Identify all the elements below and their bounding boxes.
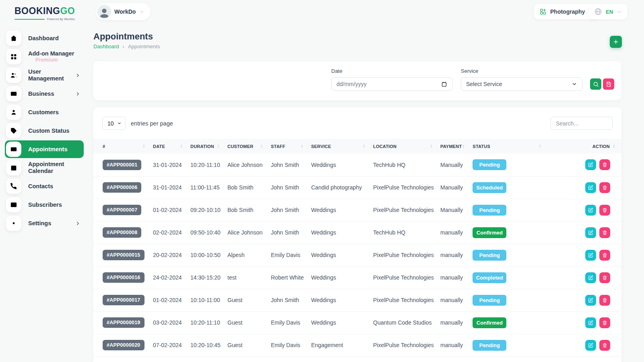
sidebar-item-appointments[interactable]: Appointments	[5, 140, 84, 158]
sidebar-item-subscribers[interactable]: Subscribers	[5, 196, 84, 214]
column-header-payment[interactable]: PAYMENT	[437, 139, 469, 154]
customer-cell: Guest	[224, 289, 268, 311]
breadcrumb: Dashboard › Appointments	[93, 43, 160, 49]
edit-icon	[588, 275, 593, 280]
edit-button[interactable]	[585, 340, 596, 351]
entries-per-page-value: 10	[107, 120, 114, 127]
status-badge: Scheduled	[473, 182, 506, 193]
table-row: #APP00000701-02-202409:20-10:10Bob Smith…	[93, 199, 621, 221]
sidebar-item-customers[interactable]: Customers	[5, 103, 84, 121]
sidebar-item-user-management[interactable]: User Management	[5, 66, 84, 84]
delete-button[interactable]	[599, 317, 610, 328]
payment-cell: manually	[437, 266, 469, 289]
appointment-id-badge: #APP0000015	[103, 250, 144, 260]
sidebar-item-sublabel: Premium	[28, 57, 80, 63]
column-header-customer[interactable]: CUSTOMER	[224, 139, 268, 154]
payment-cell: Manually	[437, 154, 469, 176]
powered-by-text: Powered By WorkDo	[47, 18, 75, 21]
sidebar-item-contacts[interactable]: Contacts	[5, 177, 84, 195]
sort-icon[interactable]	[612, 144, 616, 149]
column-header-action[interactable]: ACTION	[546, 139, 621, 154]
sort-icon[interactable]	[217, 144, 220, 149]
duration-cell: 10:20-11:10	[187, 154, 224, 176]
service-cell: Weddings	[308, 221, 370, 244]
delete-button[interactable]	[599, 159, 610, 170]
edit-button[interactable]	[585, 205, 596, 216]
location-cell: PixelPulse Technologies	[370, 266, 437, 289]
sidebar-item-settings[interactable]: Settings	[5, 214, 84, 232]
chevron-right-icon	[75, 91, 80, 97]
delete-button[interactable]	[599, 295, 610, 306]
date-placeholder: dd/mm/yyyy	[336, 81, 367, 87]
column-header-label: #	[103, 144, 105, 149]
delete-button[interactable]	[599, 340, 610, 351]
delete-button[interactable]	[599, 205, 610, 216]
column-header-staff[interactable]: STAFF	[268, 139, 308, 154]
trash-icon	[602, 275, 607, 280]
customer-cell: Bob Smith	[224, 176, 268, 199]
delete-button[interactable]	[599, 182, 610, 193]
sort-icon[interactable]	[142, 144, 146, 149]
sort-icon[interactable]	[180, 144, 183, 149]
edit-button[interactable]	[585, 250, 596, 261]
edit-button[interactable]	[585, 272, 596, 283]
delete-button[interactable]	[599, 227, 610, 238]
staff-cell: Emily Davis	[268, 244, 308, 266]
service-cell: Engagement	[308, 334, 370, 356]
plus-icon	[613, 39, 619, 45]
filter-clear-button[interactable]	[603, 78, 614, 90]
column-header-service[interactable]: SERVICE	[308, 139, 370, 154]
staff-cell: John Smith	[268, 176, 308, 199]
sort-icon[interactable]	[260, 144, 264, 149]
brand-logo[interactable]: BOOKINGGO Powered By WorkDo	[0, 6, 88, 21]
breadcrumb-dashboard-link[interactable]: Dashboard	[93, 43, 119, 49]
sidebar-item-appointment-calendar[interactable]: Appointment Calendar	[5, 159, 84, 177]
column-header-duration[interactable]: DURATION	[187, 139, 224, 154]
column-header-location[interactable]: LOCATION	[370, 139, 437, 154]
appointment-id-badge: #APP0000017	[103, 295, 144, 305]
duration-cell: 10:20-10:45	[187, 334, 224, 356]
workspace-switcher[interactable]: WorkDo	[95, 3, 151, 20]
trash-icon	[602, 343, 607, 348]
edit-button[interactable]	[585, 295, 596, 306]
sort-icon[interactable]	[429, 144, 433, 149]
service-select[interactable]: Select Service	[461, 77, 582, 91]
sort-icon[interactable]	[362, 144, 366, 149]
sidebar-item-add-on-manager[interactable]: Add-on ManagerPremium	[5, 48, 84, 66]
appointment-id-badge: #APP0000016	[103, 272, 144, 283]
edit-button[interactable]	[585, 182, 596, 193]
filter-search-button[interactable]	[590, 78, 601, 90]
location-cell: Quantum Code Studios	[370, 311, 437, 334]
column-header-status[interactable]: STATUS	[469, 139, 546, 154]
sidebar-item-label: Business	[28, 90, 68, 97]
payment-cell: Manually	[437, 176, 469, 199]
entries-per-page-select[interactable]: 10	[102, 117, 126, 130]
sidebar-item-dashboard[interactable]: Dashboard	[5, 29, 84, 47]
language-switcher[interactable]: EN	[589, 4, 627, 19]
duration-cell: 09:20-10:10	[187, 199, 224, 221]
sidebar-item-business[interactable]: Business	[5, 85, 84, 103]
sort-icon[interactable]	[538, 144, 542, 149]
add-appointment-button[interactable]	[610, 36, 622, 48]
date-filter-label: Date	[331, 68, 452, 74]
column-header-date[interactable]: DATE	[150, 139, 187, 154]
sort-icon[interactable]	[300, 144, 304, 149]
sort-icon[interactable]	[462, 144, 465, 149]
delete-button[interactable]	[599, 272, 610, 283]
sidebar-item-label: Subscribers	[28, 202, 80, 208]
table-search-input[interactable]	[551, 117, 613, 130]
edit-button[interactable]	[585, 159, 596, 170]
globe-icon	[594, 8, 602, 16]
staff-cell: Emily Davis	[268, 311, 308, 334]
sidebar-item-custom-status[interactable]: Custom Status	[5, 122, 84, 140]
delete-button[interactable]	[599, 250, 610, 261]
chevron-right-icon	[75, 73, 80, 78]
date-input[interactable]: dd/mm/yyyy	[331, 77, 452, 91]
column-header--[interactable]: #	[93, 139, 150, 154]
edit-button[interactable]	[585, 227, 596, 238]
edit-icon	[588, 343, 593, 348]
edit-button[interactable]	[585, 317, 596, 328]
staff-cell: John Smith	[268, 221, 308, 244]
date-cell: 20-02-2024	[150, 244, 187, 266]
status-badge: Pending	[473, 295, 506, 306]
